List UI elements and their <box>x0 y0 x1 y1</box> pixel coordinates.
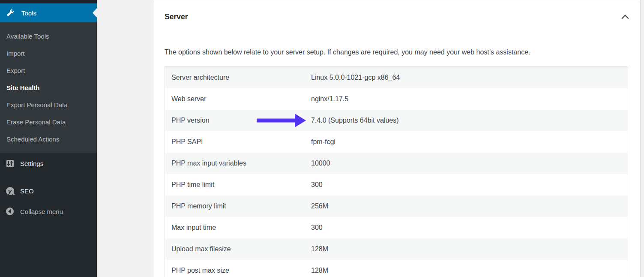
sidebar-item-settings-label: Settings <box>20 160 43 167</box>
sidebar-item-erase-personal-data[interactable]: Erase Personal Data <box>0 114 97 131</box>
chevron-up-icon[interactable] <box>620 12 631 22</box>
sidebar-item-available-tools[interactable]: Available Tools <box>0 28 97 45</box>
tools-submenu: Available Tools Import Export Site Healt… <box>0 22 97 153</box>
table-row: Upload max filesize 128M <box>165 238 628 260</box>
sliders-icon <box>6 159 14 168</box>
row-label: Max input time <box>165 224 311 232</box>
collapse-menu-button[interactable]: Collapse menu <box>0 202 97 221</box>
table-row: Server architecture Linux 5.0.0-1021-gcp… <box>165 67 628 88</box>
sidebar-item-scheduled-actions[interactable]: Scheduled Actions <box>0 131 97 148</box>
row-value: 256M <box>311 202 628 210</box>
row-label: Web server <box>165 95 311 103</box>
row-label: PHP time limit <box>165 181 311 189</box>
table-row: PHP max input variables 10000 <box>165 153 628 174</box>
row-value: fpm-fcgi <box>311 138 628 146</box>
collapse-arrow-icon <box>6 207 14 216</box>
row-label: PHP max input variables <box>165 160 311 167</box>
row-label: PHP post max size <box>165 267 311 274</box>
sidebar-item-export-personal-data[interactable]: Export Personal Data <box>0 96 97 114</box>
table-row: PHP time limit 300 <box>165 174 628 196</box>
yoast-logo-icon: y <box>6 187 14 195</box>
row-label: PHP SAPI <box>165 138 311 146</box>
server-accordion-header[interactable]: Server <box>153 2 640 22</box>
row-value: 300 <box>311 224 628 232</box>
sidebar-item-site-health[interactable]: Site Health <box>0 79 97 96</box>
row-value: 300 <box>311 181 628 189</box>
row-value: Linux 5.0.0-1021-gcp x86_64 <box>311 74 628 81</box>
sidebar-item-export[interactable]: Export <box>0 62 97 79</box>
row-value: 10000 <box>311 160 628 167</box>
row-value: 7.4.0 (Supports 64bit values) <box>311 117 628 124</box>
wrench-icon <box>6 9 15 17</box>
sidebar-item-settings[interactable]: Settings <box>0 154 97 173</box>
row-label: Upload max filesize <box>165 245 311 253</box>
table-row: Max input time 300 <box>165 217 628 238</box>
sidebar-item-seo[interactable]: y SEO <box>0 181 97 200</box>
table-row: Web server nginx/1.17.5 <box>165 88 628 110</box>
row-value: nginx/1.17.5 <box>311 95 628 103</box>
admin-bar-strip <box>0 0 97 3</box>
section-title: Server <box>165 12 188 21</box>
row-label: Server architecture <box>165 74 311 81</box>
sidebar-lower-menu: Settings y SEO Collapse menu <box>0 153 97 221</box>
server-info-table: Server architecture Linux 5.0.0-1021-gcp… <box>165 66 628 277</box>
row-value: 128M <box>311 267 628 274</box>
admin-sidebar: Tools Available Tools Import Export Site… <box>0 0 97 277</box>
sidebar-item-import[interactable]: Import <box>0 45 97 62</box>
sidebar-item-tools[interactable]: Tools <box>0 3 97 22</box>
site-health-info-panel: Server The options shown below relate to… <box>153 0 641 277</box>
table-row: PHP SAPI fpm-fcgi <box>165 131 628 153</box>
table-row-php-version: PHP version 7.4.0 (Supports 64bit values… <box>165 110 628 131</box>
sidebar-item-seo-label: SEO <box>20 187 34 195</box>
section-description: The options shown below relate to your s… <box>153 48 640 57</box>
purple-arrow-annotation-icon <box>257 113 306 128</box>
sidebar-item-tools-label: Tools <box>21 9 36 17</box>
table-row: PHP memory limit 256M <box>165 196 628 217</box>
row-value: 128M <box>311 245 628 253</box>
table-row: PHP post max size 128M <box>165 260 628 277</box>
row-label: PHP memory limit <box>165 202 311 210</box>
collapse-menu-label: Collapse menu <box>20 208 63 215</box>
